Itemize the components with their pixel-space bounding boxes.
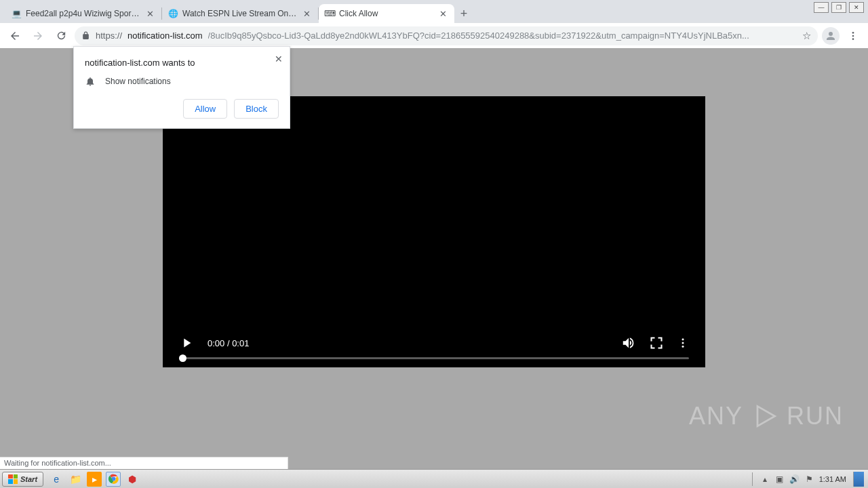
- tray-app-icon[interactable]: ▣: [774, 474, 785, 485]
- svg-point-2: [852, 38, 854, 40]
- svg-point-1: [852, 35, 854, 37]
- volume-icon[interactable]: [621, 336, 636, 350]
- close-window-button[interactable]: ✕: [849, 2, 864, 13]
- url-scheme: https://: [96, 30, 122, 41]
- svg-point-4: [682, 342, 684, 344]
- windows-logo-icon: [8, 474, 18, 484]
- browser-tab-2[interactable]: ⌨ Click Allow ✕: [319, 4, 454, 23]
- ie-icon[interactable]: e: [49, 472, 64, 487]
- system-tray: ▴ ▣ 🔊 ⚑ 1:31 AM: [749, 472, 868, 487]
- chrome-icon[interactable]: [106, 472, 121, 487]
- play-button[interactable]: [179, 336, 194, 350]
- fullscreen-icon[interactable]: [650, 336, 663, 350]
- bell-icon: [85, 76, 96, 87]
- url-path: /8ucIb9q85yQsbco-Lid3-QaLdd8ye2nd0kWL413…: [208, 30, 797, 41]
- svg-point-3: [682, 338, 684, 340]
- favicon-icon: ⌨: [324, 8, 335, 19]
- watermark-right: RUN: [787, 402, 844, 430]
- watermark-play-icon: [750, 401, 780, 431]
- time-display: 0:00 / 0:01: [208, 338, 249, 348]
- taskbar: Start e 📁 ▸ ⬢ ▴ ▣ 🔊 ⚑ 1:31 AM: [0, 469, 868, 488]
- video-controls: 0:00 / 0:01: [163, 336, 705, 359]
- block-button[interactable]: Block: [234, 99, 279, 119]
- tab-title: Watch ESPN Live Stream Online: [182, 9, 298, 18]
- start-button[interactable]: Start: [2, 472, 43, 487]
- browser-tab-0[interactable]: 💻 Feed2all p2p4u Wiziwig Sports Live F ✕: [5, 4, 161, 23]
- clock[interactable]: 1:31 AM: [819, 475, 846, 483]
- forward-button[interactable]: [28, 26, 47, 45]
- allow-button[interactable]: Allow: [183, 99, 227, 119]
- permission-origin-text: notification-list.com wants to: [85, 58, 279, 68]
- nav-toolbar: https://notification-list.com/8ucIb9q85y…: [0, 23, 868, 48]
- media-player-icon[interactable]: ▸: [87, 472, 102, 487]
- lock-icon: [81, 31, 90, 40]
- new-tab-button[interactable]: +: [454, 4, 473, 23]
- address-bar[interactable]: https://notification-list.com/8ucIb9q85y…: [75, 26, 818, 45]
- favicon-icon: 🌐: [167, 8, 178, 19]
- progress-bar[interactable]: [179, 357, 689, 359]
- watermark: ANY RUN: [689, 401, 844, 431]
- maximize-button[interactable]: ❐: [831, 2, 846, 13]
- flag-tray-icon[interactable]: ⚑: [804, 474, 815, 485]
- profile-avatar[interactable]: [822, 27, 840, 45]
- permission-item-label: Show notifications: [105, 77, 171, 86]
- tab-title: Click Allow: [339, 9, 434, 18]
- watermark-left: ANY: [689, 402, 743, 430]
- shield-icon[interactable]: ⬢: [125, 472, 140, 487]
- browser-tab-1[interactable]: 🌐 Watch ESPN Live Stream Online ✕: [162, 4, 318, 23]
- svg-point-0: [852, 32, 854, 34]
- close-icon[interactable]: ✕: [275, 54, 283, 64]
- minimize-button[interactable]: —: [814, 2, 829, 13]
- video-player[interactable]: 0:00 / 0:01: [163, 96, 705, 367]
- close-icon[interactable]: ✕: [302, 9, 311, 18]
- close-icon[interactable]: ✕: [438, 9, 448, 18]
- bookmark-star-icon[interactable]: ☆: [802, 30, 811, 42]
- url-host: notification-list.com: [127, 30, 203, 41]
- chevron-up-icon[interactable]: ▴: [760, 474, 770, 485]
- start-label: Start: [20, 475, 37, 483]
- favicon-icon: 💻: [11, 8, 22, 19]
- svg-point-5: [682, 346, 684, 348]
- show-desktop-button[interactable]: [853, 472, 864, 487]
- browser-chrome: — ❐ ✕ 💻 Feed2all p2p4u Wiziwig Sports Li…: [0, 0, 868, 48]
- more-options-icon[interactable]: [677, 337, 689, 349]
- window-controls: — ❐ ✕: [814, 2, 864, 13]
- explorer-icon[interactable]: 📁: [68, 472, 83, 487]
- kebab-menu-icon[interactable]: [844, 26, 863, 45]
- quick-launch: e 📁 ▸ ⬢: [49, 472, 140, 487]
- notification-permission-dialog: ✕ notification-list.com wants to Show no…: [73, 46, 290, 129]
- close-icon[interactable]: ✕: [145, 9, 155, 18]
- back-button[interactable]: [5, 26, 24, 45]
- tab-title: Feed2all p2p4u Wiziwig Sports Live F: [26, 9, 141, 18]
- status-bar: Waiting for notification-list.com...: [0, 457, 288, 469]
- reload-button[interactable]: [52, 26, 71, 45]
- volume-tray-icon[interactable]: 🔊: [789, 474, 800, 485]
- progress-thumb[interactable]: [179, 354, 186, 362]
- tab-strip: 💻 Feed2all p2p4u Wiziwig Sports Live F ✕…: [0, 0, 868, 23]
